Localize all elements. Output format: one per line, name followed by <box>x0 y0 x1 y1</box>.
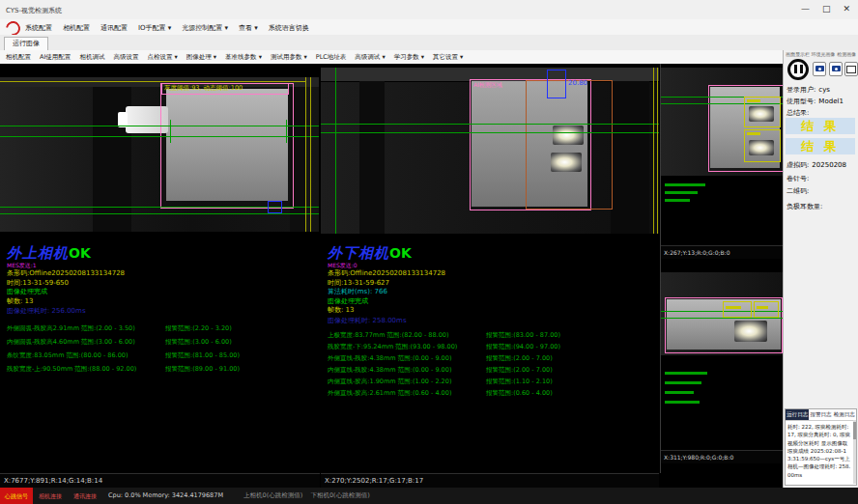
boundary-line-overlay <box>310 77 311 232</box>
measurement-row: 上极宽度:83.77mm 范围:(82.00 - 88.00) 报警范围:(83… <box>328 331 637 343</box>
menu-language-switch[interactable]: 系统语言切换 <box>269 23 309 33</box>
threshold-label: 灰度阈值:93, 动态阈值:100 <box>164 84 243 93</box>
measurement-row: 残胶宽度-下:95.24mm 范围:(93.00 - 98.00) 报警范围:(… <box>328 343 637 354</box>
tool-image-processing[interactable]: 图像处理 ▾ <box>186 53 216 62</box>
cpu-memory-status: Cpu: 0.0% Memory: 3424.4179687M <box>108 488 223 504</box>
measure-line-overlay <box>321 132 659 133</box>
mid-frame-line: 帧数: 13 <box>328 306 639 316</box>
led-spot-image <box>551 153 582 172</box>
close-button[interactable]: ✕ <box>843 4 850 14</box>
camera-icon <box>815 66 824 71</box>
log-scrollbar[interactable] <box>853 420 856 484</box>
tool-camera-debug[interactable]: 相机调试 <box>79 53 104 62</box>
menu-view[interactable]: 查看 ▾ <box>239 23 258 33</box>
login-user-value: cys <box>818 86 830 94</box>
result-text-overlay <box>665 372 707 375</box>
left-result-block: 外上相机OK MES发送:1 条形码:Offline20250208133134… <box>7 245 318 316</box>
camera-down-status: 下相机0(心跳检测值) <box>310 491 369 499</box>
left-done-line: 图像处理完成 <box>7 288 318 297</box>
tab-count-label: 负极耳数量: <box>786 202 822 211</box>
left-camera-title-line: 外上相机OK <box>7 245 318 261</box>
maximize-button[interactable]: □ <box>822 4 831 14</box>
heartbeat-indicator: 心跳信号 <box>0 488 33 504</box>
left-camera-title: 外上相机 <box>7 244 69 262</box>
tabstrip: 运行图像 <box>0 35 858 51</box>
tool-advanced-settings[interactable]: 高级设置 <box>113 53 138 62</box>
pause-button[interactable] <box>787 59 809 80</box>
menu-comm-config[interactable]: 通讯配置 <box>100 23 128 33</box>
mid-camera-view[interactable]: AI检测区域 20.80 <box>321 68 659 234</box>
boundary-line-overlay <box>653 68 654 234</box>
tool-spot-check[interactable]: 点检设置 ▾ <box>147 53 177 62</box>
left-status-ok: OK <box>69 245 91 261</box>
small-panel-top: X:267;Y:13;R:0;G:0;B:0 <box>661 64 783 259</box>
result-text-overlay <box>665 199 690 202</box>
tool-plc-address[interactable]: PLC地址表 <box>316 53 347 62</box>
tab-run-image[interactable]: 运行图像 <box>4 37 48 50</box>
statusbar: 心跳信号 相机连接 通讯连接 Cpu: 0.0% Memory: 3424.41… <box>0 488 858 504</box>
measurement-row: 内侧直线-胶高:1.90mm 范围:(1.00 - 2.20) 报警范围:(1.… <box>328 378 637 389</box>
measurement-row: 外侧直线-残胶:4.38mm 范围:(0.00 - 9.00) 报警范围:(2.… <box>328 354 637 366</box>
mid-time-line: 时间:13-31-59-627 <box>328 279 639 289</box>
overlay-text <box>747 99 760 102</box>
detection-box-overlay <box>268 201 282 213</box>
tool-learning-params[interactable]: 学习参数 ▾ <box>394 53 424 62</box>
menu-light-config[interactable]: 光源控制配置 ▾ <box>182 23 228 33</box>
ai-roi-rectangle <box>526 80 613 210</box>
overlay-text <box>747 132 760 135</box>
log-tabs: 运行日志 报警日志 检测日志 <box>786 409 856 421</box>
measurement-row: 残胶宽度-上:90.50mm 范围:(88.00 - 92.00) 报警范围:(… <box>7 365 316 377</box>
tool-camera-config[interactable]: 相机配置 <box>6 53 31 62</box>
led-spot-image <box>749 140 774 155</box>
measurement-name: 内侧直线-胶高:1.90mm 范围:(1.00 - 2.20) <box>328 378 451 386</box>
menu-io-config[interactable]: IO手配置 ▾ <box>138 23 171 33</box>
result-text-overlay <box>665 401 700 404</box>
menu-system-config[interactable]: 系统配置 <box>25 23 52 33</box>
tool-other-settings[interactable]: 其它设置 ▾ <box>433 53 463 62</box>
measurement-alarm: 报警范围:(94.00 - 97.00) <box>486 343 560 351</box>
minimize-button[interactable]: — <box>801 4 810 14</box>
mid-algo-time-line: 算法耗时(ms): 766 <box>328 288 639 297</box>
mid-mes-line: MES发送:0 <box>328 261 639 269</box>
camera-snapshot-button[interactable] <box>813 62 826 76</box>
left-camera-view[interactable]: 灰度阈值:93, 动态阈值:100 <box>0 77 319 232</box>
measurement-name: 残胶宽度-下:95.24mm 范围:(93.00 - 98.00) <box>328 343 457 351</box>
main-area: 灰度阈值:93, 动态阈值:100 外上相机OK MES发送:1 条形码:Off… <box>0 64 783 488</box>
log-tab-alarm[interactable]: 报警日志 <box>809 409 832 420</box>
camera-icon <box>832 66 841 71</box>
total-result-label: 总结果: <box>786 108 809 118</box>
small-camera-view-top[interactable] <box>661 68 783 176</box>
measurement-alarm: 报警范围:(89.00 - 91.00) <box>165 365 240 374</box>
measurement-alarm: 报警范围:(2.00 - 7.00) <box>486 354 553 363</box>
virtual-code-label: 虚拟码: <box>786 161 809 169</box>
qrcode-label: 二维码: <box>786 186 809 196</box>
log-tab-detect[interactable]: 检测日志 <box>833 409 856 420</box>
menu-camera-config[interactable]: 相机配置 <box>63 23 90 33</box>
measurement-name: 外侧直线-胶高:2.61mm 范围:(0.60 - 4.00) <box>328 389 451 398</box>
left-proc-time-line: 图像处理耗时: 256.00ms <box>7 306 318 316</box>
small-camera-view-bottom[interactable] <box>661 272 783 355</box>
small-top-pixel-coords: X:267;Y:13;R:0;G:0;B:0 <box>661 245 783 259</box>
log-tab-run[interactable]: 运行日志 <box>786 409 809 420</box>
tool-advanced-debug[interactable]: 高级调试 ▾ <box>355 53 385 62</box>
display-mode-button[interactable] <box>844 62 858 76</box>
tool-baseline-params[interactable]: 基准线参数 ▾ <box>225 53 262 62</box>
tool-test-params[interactable]: 测试用参数 ▾ <box>271 53 307 62</box>
measurement-row: 内侧直线-残胶:4.38mm 范围:(0.00 - 9.00) 报警范围:(2.… <box>328 366 637 378</box>
result-text-overlay <box>665 191 698 194</box>
result-badge-bottom: 结 果 <box>786 138 855 154</box>
led-spot-image <box>749 106 774 122</box>
tool-ai-use-config[interactable]: AI使用配置 <box>40 53 71 62</box>
roi-value-label: 20.80 <box>568 79 587 87</box>
measurement-alarm: 报警范围:(2.20 - 3.20) <box>165 324 232 333</box>
mid-camera-title: 外下相机 <box>328 244 389 262</box>
virtual-code-value: 20250208 <box>812 161 846 169</box>
left-time-line: 时间:13-31-59-650 <box>7 279 318 289</box>
pause-icon <box>790 65 806 73</box>
camera-record-button[interactable] <box>829 62 843 76</box>
baseline-overlay <box>0 81 305 82</box>
log-scrollbar-thumb[interactable] <box>853 422 856 439</box>
result-text-overlay <box>665 381 701 384</box>
measurement-row: 条纹宽度:83.05mm 范围:(80.00 - 86.00) 报警范围:(81… <box>7 351 316 363</box>
measurement-row: 外侧圆弧-残胶高2.91mm 范围:(2.00 - 3.50) 报警范围:(2.… <box>7 324 316 336</box>
